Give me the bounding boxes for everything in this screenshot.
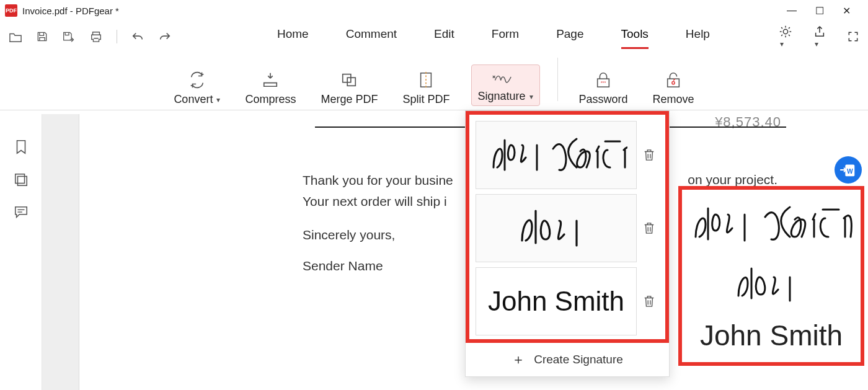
applied-signatures-highlight: John Smith — [678, 186, 864, 366]
plus-icon: ＋ — [512, 350, 525, 369]
app-logo: PDF — [5, 4, 17, 17]
delete-signature-3[interactable] — [643, 295, 659, 308]
window-controls: — ☐ ✕ — [787, 5, 863, 17]
ribbon-separator — [557, 58, 558, 101]
trash-icon — [643, 221, 655, 235]
close-button[interactable]: ✕ — [843, 5, 851, 17]
thumbnails-icon[interactable] — [14, 172, 29, 187]
unlock-icon — [665, 71, 682, 89]
signature-thumb-cursive[interactable] — [476, 194, 637, 262]
chevron-down-icon: ▾ — [529, 92, 533, 101]
convert-icon — [188, 71, 206, 89]
document-gutter — [42, 114, 79, 390]
open-icon[interactable] — [9, 30, 22, 43]
titlebar: PDF Invoice.pdf - PDFgear * — ☐ ✕ — [0, 0, 868, 21]
svg-rect-18 — [15, 174, 24, 184]
signature-label: Signature — [478, 90, 526, 103]
delete-signature-2[interactable] — [643, 221, 659, 235]
theme-icon[interactable]: ▾ — [779, 25, 792, 48]
signature-item-1[interactable] — [473, 118, 662, 192]
tools-ribbon: Convert▾ Compress Merge PDF Split PDF Si… — [0, 52, 868, 110]
ribbon-password[interactable]: *** Password — [575, 71, 632, 106]
applied-signature-typed: John Smith — [700, 319, 843, 352]
quick-toolbar — [9, 30, 172, 43]
svg-line-7 — [781, 35, 782, 36]
trash-icon — [643, 295, 655, 308]
split-icon — [417, 71, 435, 89]
window-title: Invoice.pdf - PDFgear * — [22, 6, 119, 16]
word-export-icon: W — [839, 161, 857, 179]
ribbon-signature[interactable]: Signature▾ — [471, 64, 540, 106]
split-label: Split PDF — [402, 93, 450, 106]
menu-help[interactable]: Help — [686, 25, 710, 49]
menu-home[interactable]: Home — [277, 25, 309, 49]
merge-label: Merge PDF — [321, 93, 378, 106]
bookmark-icon[interactable] — [14, 139, 29, 155]
svg-line-6 — [789, 35, 790, 36]
create-signature-button[interactable]: ＋ Create Signature — [466, 343, 669, 371]
invoice-amount: ¥8,573.40 — [715, 114, 781, 130]
menu-edit[interactable]: Edit — [434, 25, 454, 49]
delete-signature-1[interactable] — [643, 148, 659, 162]
svg-rect-10 — [348, 78, 356, 86]
svg-point-0 — [783, 29, 787, 33]
ribbon-convert[interactable]: Convert▾ — [170, 71, 224, 106]
ribbon-remove[interactable]: Remove — [649, 71, 698, 106]
export-to-word-button[interactable]: W — [835, 156, 862, 184]
print-icon[interactable] — [89, 30, 103, 43]
share-icon[interactable]: ▾ — [813, 25, 826, 48]
undo-icon[interactable] — [131, 30, 144, 43]
doc-line1: Thank you for your busine — [303, 173, 453, 187]
main-menu: Home Comment Edit Form Page Tools Help — [277, 25, 710, 49]
signature-dropdown: John Smith ＋ Create Signature — [465, 110, 670, 377]
ribbon-merge[interactable]: Merge PDF — [317, 71, 381, 106]
lock-icon: *** — [595, 71, 612, 89]
svg-rect-19 — [17, 176, 27, 185]
maximize-button[interactable]: ☐ — [815, 5, 824, 17]
toolbar-separator — [117, 30, 117, 43]
ribbon-split[interactable]: Split PDF — [399, 71, 453, 106]
svg-point-16 — [672, 82, 675, 84]
merge-icon — [340, 71, 358, 89]
svg-rect-9 — [343, 74, 351, 82]
menu-comment[interactable]: Comment — [346, 25, 397, 49]
svg-line-8 — [789, 27, 790, 29]
redo-icon[interactable] — [158, 30, 172, 43]
trash-icon — [643, 148, 655, 162]
minimize-button[interactable]: — — [787, 5, 797, 17]
password-label: Password — [579, 93, 628, 106]
compress-label: Compress — [245, 93, 296, 106]
doc-line1-tail: on your project. — [688, 172, 777, 187]
convert-label: Convert — [174, 93, 213, 106]
applied-signature-cursive-2 — [719, 262, 824, 306]
signature-thumb-typed[interactable]: John Smith — [476, 267, 637, 335]
ribbon-compress[interactable]: Compress — [241, 71, 299, 106]
remove-label: Remove — [653, 93, 694, 106]
menu-page[interactable]: Page — [556, 25, 583, 49]
signature-item-2[interactable] — [473, 192, 662, 265]
svg-text:***: *** — [601, 80, 606, 86]
signature-item-3[interactable]: John Smith — [473, 265, 662, 338]
comments-icon[interactable] — [14, 205, 29, 219]
menu-form[interactable]: Form — [492, 25, 519, 49]
save-as-icon[interactable] — [62, 30, 76, 43]
menu-tools[interactable]: Tools — [621, 25, 649, 49]
left-rail — [0, 114, 42, 390]
compress-icon — [261, 71, 280, 89]
svg-text:W: W — [847, 168, 853, 175]
signature-thumb-cursive[interactable] — [476, 121, 637, 189]
right-toolbar: ▾ ▾ — [779, 25, 859, 48]
applied-signature-cursive-1 — [684, 200, 858, 249]
save-icon[interactable] — [36, 30, 48, 43]
doc-line2: Your next order will ship i — [303, 194, 447, 208]
signature-highlight-frame: John Smith — [466, 111, 669, 343]
menubar: Home Comment Edit Form Page Tools Help ▾… — [0, 21, 868, 52]
chevron-down-icon: ▾ — [216, 95, 220, 104]
create-signature-label: Create Signature — [534, 353, 623, 366]
signature-icon — [492, 68, 519, 86]
svg-line-5 — [781, 27, 782, 29]
fullscreen-icon[interactable] — [847, 30, 859, 43]
